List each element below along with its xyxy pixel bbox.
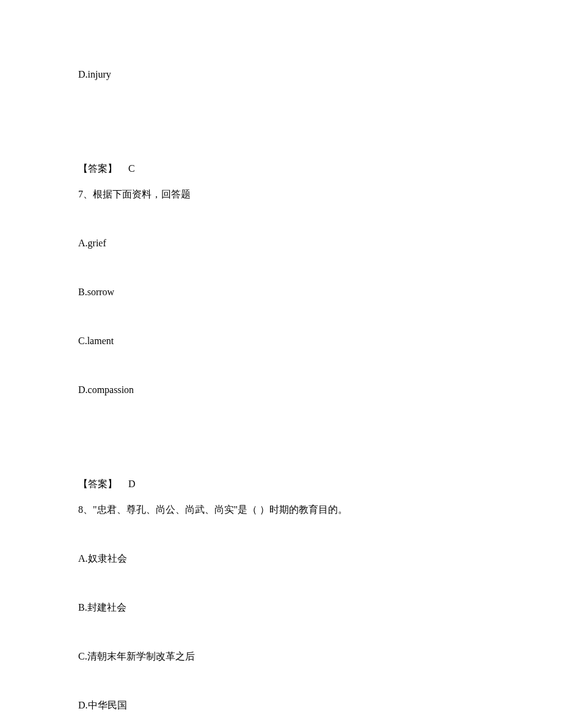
q6-answer: 【答案】 C xyxy=(78,161,484,176)
q7-option-d: D.compassion xyxy=(78,383,484,397)
q8-option-d: D.中华民国 xyxy=(78,698,484,713)
q7-option-b: B.sorrow xyxy=(78,285,484,300)
q7-option-c: C.lament xyxy=(78,334,484,348)
q8-option-c: C.清朝末年新学制改革之后 xyxy=(78,649,484,664)
q7-answer-value: D xyxy=(128,479,136,489)
q7-option-a: A.grief xyxy=(78,236,484,251)
q6-option-d: D.injury xyxy=(78,67,484,82)
q7-question: 7、根据下面资料，回答题 xyxy=(78,187,484,202)
q6-answer-value: C xyxy=(128,163,135,174)
q6-answer-label: 【答案】 xyxy=(78,163,117,174)
q8-option-b: B.封建社会 xyxy=(78,600,484,615)
q8-option-a: A.奴隶社会 xyxy=(78,551,484,566)
q7-answer-label: 【答案】 xyxy=(78,479,117,489)
q7-answer: 【答案】 D xyxy=(78,477,484,491)
q8-question: 8、"忠君、尊孔、尚公、尚武、尚实"是（ ）时期的教育目的。 xyxy=(78,502,484,517)
